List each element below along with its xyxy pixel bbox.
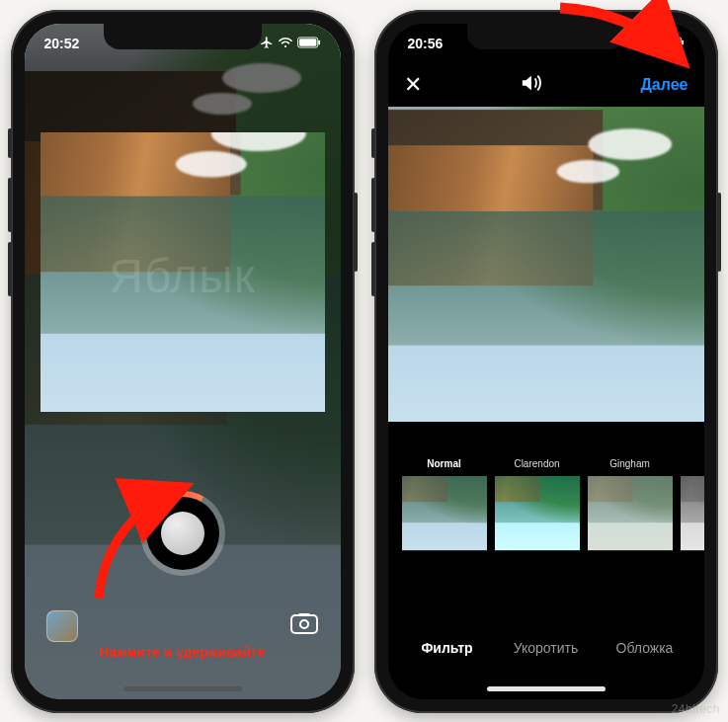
video-preview[interactable] bbox=[388, 107, 704, 423]
wifi-icon bbox=[278, 36, 293, 51]
next-button[interactable]: Далее bbox=[640, 76, 688, 94]
filter-label: Clarendon bbox=[514, 458, 559, 470]
home-indicator[interactable] bbox=[123, 686, 242, 691]
screen-right: 20:56 ✕ bbox=[388, 24, 704, 699]
screen-left: 20:52 Яблык bbox=[25, 24, 341, 699]
filter-label: Normal bbox=[427, 458, 460, 470]
filters-row[interactable]: Normal Clarendon Gingham bbox=[388, 458, 704, 561]
home-indicator[interactable] bbox=[487, 686, 606, 691]
tab-cover[interactable]: Обложка bbox=[596, 626, 694, 670]
video-preview-scene bbox=[388, 107, 704, 422]
record-hint-annotation: Нажмите и удерживайте bbox=[25, 644, 341, 660]
filter-item-gingham[interactable]: Gingham bbox=[588, 458, 673, 561]
status-time: 20:52 bbox=[44, 36, 80, 51]
editor-tabs: Фильтр Укоротить Обложка bbox=[388, 626, 704, 670]
tab-filter[interactable]: Фильтр bbox=[398, 626, 497, 670]
svg-rect-4 bbox=[291, 615, 317, 633]
svg-point-0 bbox=[283, 45, 285, 47]
camera-crop-frame[interactable]: Яблык bbox=[40, 132, 325, 419]
status-icons bbox=[260, 36, 321, 52]
svg-rect-2 bbox=[298, 39, 316, 45]
airplane-icon bbox=[260, 36, 274, 52]
gallery-thumbnail-button[interactable] bbox=[46, 610, 78, 642]
filter-label: Gingham bbox=[609, 458, 650, 470]
battery-icon bbox=[297, 36, 321, 51]
notch bbox=[104, 24, 262, 49]
switch-camera-button[interactable] bbox=[289, 610, 319, 640]
phone-right: 20:56 ✕ bbox=[374, 10, 718, 713]
filter-item-normal[interactable]: Normal bbox=[402, 458, 487, 561]
close-button[interactable]: ✕ bbox=[404, 72, 422, 98]
camera-crop-scene bbox=[40, 132, 325, 412]
phone-left: 20:52 Яблык bbox=[11, 10, 355, 713]
tab-trim[interactable]: Укоротить bbox=[497, 626, 596, 670]
status-time: 20:56 bbox=[408, 36, 444, 51]
annotation-arrow-next bbox=[552, 0, 690, 74]
filter-item-more[interactable] bbox=[681, 458, 704, 561]
filter-item-clarendon[interactable]: Clarendon bbox=[495, 458, 580, 561]
svg-rect-3 bbox=[318, 40, 320, 45]
source-watermark: 24hitech bbox=[672, 702, 720, 716]
sound-toggle-button[interactable] bbox=[520, 73, 541, 97]
